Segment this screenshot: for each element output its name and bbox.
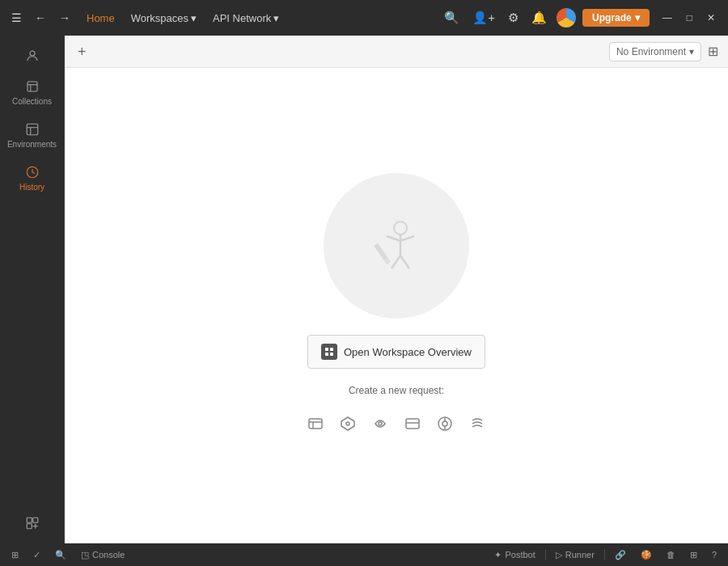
console-button[interactable]: ◳ Console	[76, 548, 129, 562]
svg-rect-8	[27, 524, 32, 529]
collections-label: Collections	[12, 97, 52, 106]
title-bar: ☰ ← → Home Workspaces ▾ API Network ▾ 🔍 …	[0, 0, 728, 36]
grpc-request-icon[interactable]	[369, 412, 392, 438]
layout-icon: ⊞	[690, 550, 697, 560]
console-label: Console	[92, 550, 125, 560]
svg-line-16	[400, 256, 409, 268]
http-request-icon[interactable]	[304, 412, 327, 438]
grid-view-button[interactable]: ⊞	[705, 40, 722, 62]
svg-rect-20	[330, 348, 333, 351]
postbot-label: Postbot	[505, 550, 535, 560]
search-button[interactable]: 🔍	[441, 7, 463, 28]
sidebar: Collections Environments History	[0, 36, 65, 543]
postbot-button[interactable]: ✦ Postbot	[489, 548, 540, 562]
bootcamp-button[interactable]: ⊞	[6, 548, 23, 562]
svg-rect-19	[325, 348, 328, 351]
graphql-request-icon[interactable]	[336, 412, 359, 438]
socketio-request-icon[interactable]	[466, 412, 489, 438]
open-workspace-label: Open Workspace Overview	[344, 346, 472, 358]
postman-logo	[557, 8, 576, 27]
workspaces-link[interactable]: Workspaces ▾	[125, 9, 203, 27]
minimize-button[interactable]: —	[656, 9, 679, 27]
maximize-button[interactable]: □	[680, 9, 699, 27]
svg-rect-23	[309, 419, 322, 429]
close-button[interactable]: ✕	[700, 9, 722, 27]
svg-rect-21	[325, 353, 328, 356]
status-bar: ⊞ ✓ 🔍 ◳ Console ✦ Postbot ▷ Runner 🔗 🍪	[0, 543, 728, 566]
api-network-link[interactable]: API Network ▾	[206, 9, 286, 27]
tab-bar: + No Environment ▾ ⊞	[65, 36, 728, 68]
main-content: Open Workspace Overview Create a new req…	[65, 68, 728, 543]
svg-point-0	[30, 51, 35, 56]
illustration-graphic	[356, 205, 437, 286]
layout-button[interactable]: ⊞	[685, 548, 702, 562]
content-area: + No Environment ▾ ⊞	[65, 36, 728, 543]
svg-rect-4	[27, 124, 38, 135]
link-icon: 🔗	[615, 550, 626, 560]
mqtt-request-icon[interactable]	[434, 412, 456, 438]
svg-rect-22	[330, 353, 333, 356]
env-selector-label: No Environment	[616, 46, 686, 57]
sidebar-item-add[interactable]	[0, 509, 64, 537]
svg-marker-26	[341, 417, 354, 430]
main-layout: Collections Environments History	[0, 36, 728, 543]
postbot-icon: ✦	[494, 550, 502, 560]
svg-line-13	[387, 236, 400, 241]
runner-button[interactable]: ▷ Runner	[551, 548, 599, 562]
forward-button[interactable]: →	[54, 8, 75, 27]
svg-point-27	[346, 422, 349, 425]
sidebar-item-account[interactable]	[0, 42, 64, 70]
bootcamp-icon: ⊞	[11, 550, 19, 560]
open-workspace-overview-button[interactable]: Open Workspace Overview	[307, 335, 485, 369]
empty-state: Open Workspace Overview Create a new req…	[304, 173, 489, 438]
check-icon: ✓	[33, 550, 40, 560]
sidebar-item-history[interactable]: History	[0, 158, 64, 198]
workspaces-chevron: ▾	[191, 12, 197, 24]
settings-button[interactable]: ⚙	[505, 7, 522, 28]
help-button[interactable]: ?	[707, 548, 722, 561]
websocket-request-icon[interactable]	[401, 412, 424, 438]
svg-rect-1	[28, 82, 37, 91]
cookie-button[interactable]: 🍪	[636, 548, 657, 562]
runner-icon: ▷	[556, 550, 562, 560]
svg-rect-6	[27, 517, 32, 522]
help-icon: ?	[712, 550, 717, 560]
request-icons	[304, 412, 489, 438]
upgrade-chevron: ▾	[635, 12, 640, 23]
history-label: History	[19, 183, 44, 192]
svg-line-15	[392, 256, 400, 268]
link-button[interactable]: 🔗	[610, 548, 631, 562]
svg-point-32	[442, 421, 447, 426]
cookie-icon: 🍪	[641, 550, 652, 560]
workspace-icon-box	[321, 344, 337, 360]
svg-point-28	[379, 422, 382, 425]
environment-selector[interactable]: No Environment ▾	[609, 42, 701, 61]
svg-point-11	[394, 222, 407, 234]
upgrade-button[interactable]: Upgrade ▾	[582, 9, 650, 27]
svg-rect-29	[406, 419, 419, 429]
sidebar-item-collections[interactable]: Collections	[0, 73, 64, 112]
svg-line-14	[400, 236, 414, 241]
check-status-button[interactable]: ✓	[28, 548, 45, 562]
search-status-icon: 🔍	[55, 550, 66, 560]
new-tab-button[interactable]: +	[71, 41, 93, 62]
invite-button[interactable]: 👤+	[469, 7, 498, 28]
hamburger-button[interactable]: ☰	[6, 8, 27, 27]
workspace-icon	[324, 347, 334, 357]
sidebar-item-environments[interactable]: Environments	[0, 116, 64, 155]
empty-illustration	[324, 173, 469, 319]
home-link[interactable]: Home	[80, 9, 121, 27]
status-divider-1	[545, 549, 546, 560]
notifications-button[interactable]: 🔔	[528, 7, 550, 28]
create-request-label: Create a new request:	[349, 385, 444, 396]
console-icon: ◳	[81, 550, 89, 560]
api-network-chevron: ▾	[273, 12, 279, 24]
trash-icon: 🗑	[667, 550, 675, 560]
back-button[interactable]: ←	[30, 8, 51, 27]
trash-button[interactable]: 🗑	[662, 548, 680, 561]
environments-label: Environments	[7, 140, 57, 149]
env-selector-chevron: ▾	[689, 46, 694, 57]
runner-label: Runner	[565, 550, 595, 560]
search-status-button[interactable]: 🔍	[50, 548, 71, 562]
svg-rect-7	[32, 517, 37, 522]
